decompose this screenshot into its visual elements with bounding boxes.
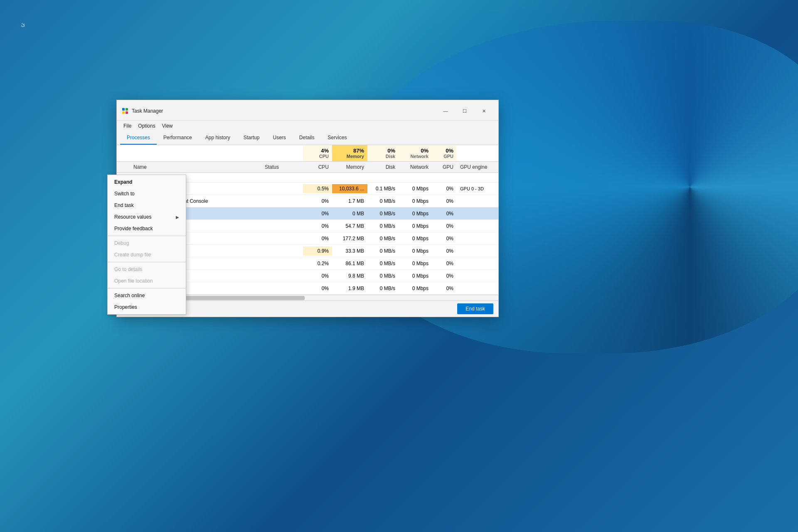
disk-cell: 0 MB/s	[367, 259, 399, 268]
gpu-cell: 0%	[432, 246, 457, 256]
col-network[interactable]: Network	[399, 162, 432, 172]
gpu-engine-cell	[457, 249, 498, 253]
col-cpu[interactable]: CPU	[303, 162, 332, 172]
status-cell	[261, 200, 303, 203]
cpu-cell: 0%	[303, 197, 332, 206]
menu-options[interactable]: Options	[135, 121, 158, 131]
tab-startup[interactable]: Startup	[237, 131, 266, 145]
gpu-cell: 0%	[432, 284, 457, 293]
tab-users[interactable]: Users	[266, 131, 292, 145]
network-cell: 0 Mbps	[399, 259, 432, 268]
memory-usage: 87% Memory	[332, 145, 367, 161]
tab-processes[interactable]: Processes	[120, 131, 157, 145]
usage-row: 4% CPU 87% Memory 0% Disk 0% Network 0% …	[117, 145, 498, 162]
gpu-cell: 0%	[432, 209, 457, 218]
ctx-properties[interactable]: Properties	[108, 301, 186, 313]
menu-view[interactable]: View	[159, 121, 176, 131]
ctx-switch-to[interactable]: Switch to	[108, 188, 186, 200]
memory-cell: 10,033.6 ...	[332, 184, 367, 193]
title-bar: Task Manager — ☐ ✕	[117, 100, 498, 121]
col-gpu[interactable]: GPU	[432, 162, 457, 172]
ctx-expand[interactable]: Expand	[108, 176, 186, 188]
tab-details[interactable]: Details	[293, 131, 321, 145]
title-bar-left: Task Manager	[122, 108, 163, 114]
cpu-cell: 0.5%	[303, 184, 332, 193]
gpu-engine-cell	[457, 274, 498, 278]
status-cell	[261, 224, 303, 228]
gpu-engine-header-cell	[457, 145, 498, 161]
ctx-search-online[interactable]: Search online	[108, 290, 186, 301]
cpu-usage: 4% CPU	[303, 145, 332, 161]
memory-cell: 54.7 MB	[332, 222, 367, 231]
col-memory[interactable]: Memory	[332, 162, 367, 172]
memory-cell: 1.9 MB	[332, 284, 367, 293]
svg-rect-0	[122, 108, 125, 111]
gpu-cell: 0%	[432, 197, 457, 206]
status-cell	[261, 212, 303, 215]
ctx-open-file-location: Open file location	[108, 275, 186, 287]
ctx-separator-3	[108, 288, 186, 288]
disk-cell: 0 MB/s	[367, 197, 399, 206]
status-cell	[261, 274, 303, 278]
ctx-provide-feedback[interactable]: Provide feedback	[108, 223, 186, 234]
disk-cell: 0.1 MB/s	[367, 184, 399, 193]
status-cell	[261, 187, 303, 190]
minimize-button[interactable]: —	[436, 104, 455, 118]
status-cell	[261, 237, 303, 240]
ctx-separator-1	[108, 236, 186, 236]
resource-values-arrow: ▶	[176, 215, 179, 219]
cpu-cell: 0%	[303, 271, 332, 281]
column-headers: Name Status CPU Memory Disk Network GPU …	[117, 162, 498, 173]
menu-bar: File Options View	[117, 121, 498, 131]
taskmanager-icon	[122, 108, 128, 114]
network-cell: 0 Mbps	[399, 234, 432, 243]
gpu-cell: 0%	[432, 259, 457, 268]
gpu-usage: 0% GPU	[432, 145, 457, 161]
menu-file[interactable]: File	[120, 121, 135, 131]
status-header-cell	[261, 145, 303, 161]
gpu-engine-cell	[457, 287, 498, 290]
tab-app-history[interactable]: App history	[199, 131, 237, 145]
ctx-create-dump: Create dump file	[108, 249, 186, 261]
col-gpu-engine[interactable]: GPU engine	[457, 162, 498, 172]
col-name[interactable]: Name	[127, 162, 261, 172]
window-controls: — ☐ ✕	[436, 104, 493, 118]
svg-rect-2	[122, 111, 125, 114]
gpu-cell: 0%	[432, 271, 457, 281]
network-cell: 0 Mbps	[399, 222, 432, 231]
gpu-engine-cell	[457, 200, 498, 203]
disk-cell: 0 MB/s	[367, 209, 399, 218]
status-cell	[261, 262, 303, 265]
disk-cell: 0 MB/s	[367, 284, 399, 293]
context-menu: Expand Switch to End task Resource value…	[107, 175, 186, 315]
ctx-separator-2	[108, 262, 186, 262]
memory-cell: 86.1 MB	[332, 259, 367, 268]
col-status[interactable]: Status	[261, 162, 303, 172]
network-cell: 0 Mbps	[399, 284, 432, 293]
gpu-engine-cell	[457, 237, 498, 240]
memory-cell: 1.7 MB	[332, 197, 367, 206]
cpu-cell: 0.9%	[303, 246, 332, 256]
ctx-debug: Debug	[108, 237, 186, 249]
gpu-engine-cell	[457, 262, 498, 265]
status-cell	[261, 287, 303, 290]
end-task-button[interactable]: End task	[457, 303, 493, 314]
gpu-cell: 0%	[432, 222, 457, 231]
col-disk[interactable]: Disk	[367, 162, 399, 172]
svg-rect-3	[126, 111, 128, 114]
network-usage: 0% Network	[399, 145, 432, 161]
tab-services[interactable]: Services	[321, 131, 354, 145]
cpu-cell: 0%	[303, 234, 332, 243]
disk-cell: 0 MB/s	[367, 246, 399, 256]
close-button[interactable]: ✕	[474, 104, 493, 118]
disk-cell: 0 MB/s	[367, 234, 399, 243]
disk-cell: 0 MB/s	[367, 222, 399, 231]
ctx-resource-values[interactable]: Resource values ▶	[108, 211, 186, 223]
ctx-end-task[interactable]: End task	[108, 200, 186, 211]
ctx-go-to-details: Go to details	[108, 264, 186, 275]
disk-cell: 0 MB/s	[367, 271, 399, 281]
maximize-button[interactable]: ☐	[455, 104, 474, 118]
gpu-cell: 0%	[432, 184, 457, 193]
tab-performance[interactable]: Performance	[157, 131, 199, 145]
disk-usage: 0% Disk	[367, 145, 399, 161]
